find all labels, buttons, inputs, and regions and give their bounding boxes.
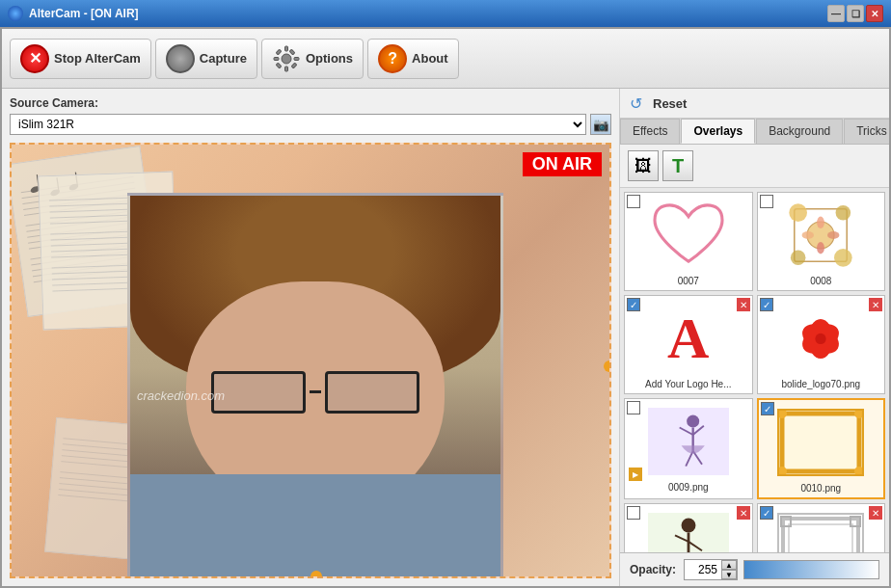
reset-label: Reset <box>653 96 687 111</box>
tab-background[interactable]: Background <box>756 119 843 144</box>
opacity-label: Opacity: <box>630 563 678 576</box>
source-row: iSlim 321R 📷 <box>10 114 611 135</box>
overlay-thumb-0010 <box>772 404 869 481</box>
restore-button[interactable]: ❑ <box>847 5 864 22</box>
left-panel: Source Camera: iSlim 321R 📷 <box>2 89 619 586</box>
overlay-item-0010[interactable]: ✓ <box>757 398 886 499</box>
add-text-icon: T <box>672 155 684 177</box>
overlay-item-bolide[interactable]: ✓ ✕ bolide_logo70.png <box>757 295 886 394</box>
capture-icon <box>166 44 195 73</box>
tab-overlays[interactable]: Overlays <box>681 119 755 144</box>
tool-row: 🖼 T <box>620 145 889 188</box>
stop-altercam-button[interactable]: ✕ Stop AlterCam <box>10 39 151 79</box>
add-text-button[interactable]: T <box>662 150 693 181</box>
overlay-name-0008: 0008 <box>810 276 831 286</box>
svg-point-60 <box>790 203 808 222</box>
overlay-close-0011[interactable]: ✕ <box>869 506 882 520</box>
overlay-check-bolide[interactable]: ✓ <box>760 298 773 311</box>
reset-icon: ↺ <box>630 94 647 112</box>
overlay-check-0009[interactable] <box>627 401 640 414</box>
overlay-thumb-0011 <box>772 508 869 552</box>
video-preview: ON AIR crackedion.com <box>10 143 611 578</box>
svg-rect-7 <box>289 49 295 55</box>
svg-point-0 <box>282 54 291 64</box>
overlay-close-logo-a[interactable]: ✕ <box>737 298 750 311</box>
shirt <box>130 474 500 578</box>
handle-right[interactable] <box>604 361 611 372</box>
opacity-slider[interactable] <box>743 560 879 579</box>
toolbar: ✕ Stop AlterCam Capture <box>2 29 889 89</box>
glasses <box>211 371 418 414</box>
tab-bar: Effects Overlays Background Tricks <box>620 119 889 145</box>
main-window: ✕ Stop AlterCam Capture <box>0 27 891 588</box>
overlay-check-0011[interactable]: ✓ <box>760 506 773 520</box>
overlay-check-animated[interactable] <box>627 506 640 520</box>
about-button[interactable]: ? About <box>367 39 459 79</box>
opacity-value-input[interactable] <box>685 560 721 579</box>
svg-point-73 <box>687 414 699 427</box>
overlay-thumb-0009 <box>640 403 737 480</box>
overlay-check-0007[interactable] <box>627 195 640 208</box>
overlay-thumb-0007 <box>640 197 737 274</box>
add-image-button[interactable]: 🖼 <box>628 150 659 181</box>
svg-rect-4 <box>294 57 299 60</box>
tab-effects[interactable]: Effects <box>620 119 680 144</box>
svg-point-67 <box>827 231 839 239</box>
svg-rect-3 <box>274 57 279 60</box>
svg-point-62 <box>791 251 806 266</box>
overlay-close-animated[interactable]: ✕ <box>737 506 750 520</box>
opacity-spinbox: ▲ ▼ <box>684 559 738 580</box>
opacity-up-button[interactable]: ▲ <box>721 560 737 570</box>
left-lens <box>211 371 306 414</box>
watermark: crackedion.com <box>137 388 225 403</box>
overlay-item-0009[interactable]: ▶ <box>624 398 753 499</box>
svg-point-71 <box>816 334 826 344</box>
right-panel: ↺ Reset Effects Overlays Background Tric… <box>619 89 889 586</box>
overlay-thumb-bolide <box>772 300 869 377</box>
overlay-thumb-logo-a: A <box>640 300 737 377</box>
minimize-button[interactable]: — <box>827 5 845 22</box>
overlay-check-logo-a[interactable]: ✓ <box>627 298 640 311</box>
svg-point-65 <box>817 242 824 254</box>
tab-tricks[interactable]: Tricks <box>844 119 889 144</box>
source-camera-select[interactable]: iSlim 321R <box>10 114 586 135</box>
overlay-check-0010[interactable]: ✓ <box>761 402 774 415</box>
overlay-item-0008[interactable]: 0008 <box>757 192 886 291</box>
content-area: Source Camera: iSlim 321R 📷 <box>2 89 889 586</box>
svg-rect-79 <box>779 411 862 474</box>
overlay-item-animated[interactable]: ✕ ▶ <box>624 503 753 552</box>
svg-point-61 <box>836 205 851 221</box>
svg-rect-6 <box>291 63 297 68</box>
overlay-check-0008[interactable] <box>760 195 773 208</box>
person-photo <box>127 193 503 578</box>
title-bar-buttons: — ❑ ✕ <box>827 5 883 22</box>
overlay-name-logo-a: Add Your Logo He... <box>645 379 732 389</box>
overlay-name-0009: 0009.png <box>668 482 709 493</box>
opacity-down-button[interactable]: ▼ <box>721 570 737 579</box>
overlay-close-bolide[interactable]: ✕ <box>869 298 882 311</box>
play-icon-0009[interactable]: ▶ <box>629 468 642 481</box>
capture-button[interactable]: Capture <box>155 39 257 79</box>
source-camera-label: Source Camera: <box>10 96 611 110</box>
overlay-item-0007[interactable]: 0007 <box>624 192 753 291</box>
camera-icon: 📷 <box>593 118 609 132</box>
opacity-bar: Opacity: ▲ ▼ <box>620 552 889 586</box>
right-lens <box>325 371 419 414</box>
handle-bottom[interactable] <box>310 571 322 578</box>
overlay-name-bolide: bolide_logo70.png <box>781 379 860 389</box>
options-button[interactable]: Options <box>261 39 364 79</box>
overlay-thumb-animated <box>640 508 737 552</box>
on-air-badge: ON AIR <box>523 152 602 176</box>
close-button[interactable]: ✕ <box>866 5 883 22</box>
bolide-logo-icon <box>777 305 864 372</box>
overlay-item-logo-a[interactable]: ✓ ✕ A Add Your Logo He... <box>624 295 753 394</box>
svg-rect-1 <box>284 46 287 51</box>
orange-frame-icon <box>777 409 864 476</box>
svg-point-86 <box>681 519 695 533</box>
animated-gif-icon <box>645 513 732 552</box>
add-image-icon: 🖼 <box>634 156 652 176</box>
source-camera-button[interactable]: 📷 <box>590 114 611 135</box>
overlay-item-0011[interactable]: ✓ ✕ <box>757 503 886 552</box>
overlay-thumb-0008 <box>772 197 869 274</box>
letter-a-icon: A <box>667 306 709 372</box>
